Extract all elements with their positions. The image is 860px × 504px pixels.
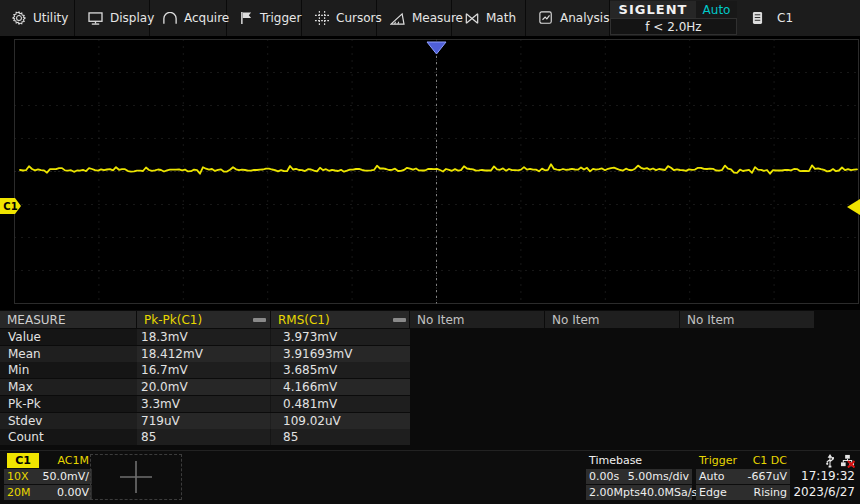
measure-value-pkpk: 18.3mV	[141, 330, 188, 344]
trigger-level: -667uV	[748, 470, 787, 483]
channel1-offset: 0.00V	[57, 486, 89, 499]
measure-col-rms[interactable]: RMS(C1)	[271, 311, 409, 328]
measure-row-pk-pk: Pk-Pk3.3mV0.481mV	[0, 396, 410, 412]
measure-row-value: Value18.3mV3.973mV	[0, 329, 410, 345]
system-date: 2023/6/27	[793, 485, 855, 499]
measure-row-label: Min	[8, 363, 29, 377]
measure-row-label: Pk-Pk	[8, 397, 41, 411]
menu-analysis-label: Analysis	[560, 11, 609, 25]
measure-row-label: Max	[8, 380, 33, 394]
measure-value-pkpk: 16.7mV	[141, 363, 188, 377]
display-icon	[88, 12, 103, 25]
active-channel-label: C1	[777, 11, 793, 25]
menu-trigger-label: Trigger	[260, 11, 301, 25]
flag-icon	[240, 11, 253, 25]
menu-trigger[interactable]: Trigger	[228, 0, 302, 36]
measure-value-pkpk: 18.412mV	[141, 347, 203, 361]
measure-row-count: Count8585	[0, 429, 410, 445]
measure-value-pkpk: 719uV	[141, 414, 180, 428]
measure-value-pkpk: 3.3mV	[141, 397, 180, 411]
trigger-type: Edge	[699, 486, 727, 499]
measure-icon	[390, 12, 405, 25]
gear-icon	[12, 11, 26, 25]
channel-list-icon	[752, 11, 763, 25]
analysis-icon	[539, 11, 553, 25]
menu-acquire[interactable]: Acquire	[151, 0, 227, 36]
menu-utility[interactable]: Utility	[0, 0, 75, 36]
measure-row-mean: Mean18.412mV3.91693mV	[0, 346, 410, 362]
channel1-coupling: AC1M	[57, 454, 89, 467]
menu-display[interactable]: Display	[76, 0, 150, 36]
timebase-scale: 5.00ms/div	[628, 470, 689, 483]
timebase-label: Timebase	[589, 454, 642, 467]
system-time: 17:19:32	[801, 469, 855, 483]
menu-cursors-label: Cursors	[336, 11, 382, 25]
active-channel-badge[interactable]: C1	[752, 0, 793, 36]
brand-logo: SIGLENT	[610, 1, 696, 18]
channel1-bandwidth-limit: 20M	[7, 486, 31, 499]
acquisition-status: Auto	[696, 1, 737, 18]
measure-row-label: Mean	[8, 347, 41, 361]
measure-panel: MEASURE Pk-Pk(C1) RMS(C1) No Item No Ite…	[0, 310, 860, 450]
system-status-column: 17:19:32 2023/6/27	[795, 453, 857, 501]
measure-slot-empty-1[interactable]: No Item	[410, 311, 544, 328]
measure-row-stdev: Stdev719uV109.02uV	[0, 413, 410, 429]
menu-measure[interactable]: Measure	[378, 0, 452, 36]
measure-value-rms: 0.481mV	[283, 397, 337, 411]
trigger-source-coupling: C1 DC	[753, 454, 787, 467]
measure-value-pkpk: 85	[141, 430, 156, 444]
timebase-descriptor-box[interactable]: Timebase 0.00s 5.00ms/div 2.00Mpts 40.0M…	[586, 453, 692, 501]
timebase-memory-depth: 2.00Mpts	[589, 486, 640, 499]
menu-cursors[interactable]: Cursors	[303, 0, 377, 36]
measure-row-label: Value	[8, 330, 41, 344]
measure-value-rms: 3.685mV	[283, 363, 337, 377]
add-channel-icon	[117, 458, 155, 496]
menu-acquire-label: Acquire	[184, 11, 229, 25]
measure-value-rms: 3.91693mV	[283, 347, 353, 361]
measure-col-pkpk[interactable]: Pk-Pk(C1)	[137, 311, 270, 328]
measure-title: MEASURE	[0, 311, 136, 328]
trigger-mode: Auto	[699, 470, 725, 483]
measure-value-pkpk: 20.0mV	[141, 380, 188, 394]
measure-row-max: Max20.0mV4.166mV	[0, 379, 410, 395]
measure-row-label: Stdev	[8, 414, 42, 428]
channel1-volt-scale: 50.0mV/	[43, 470, 89, 483]
menu-utility-label: Utility	[33, 11, 68, 25]
measure-row-label: Count	[8, 430, 44, 444]
menu-display-label: Display	[110, 11, 154, 25]
math-icon	[465, 12, 479, 25]
trigger-descriptor-box[interactable]: Trigger C1 DC Auto -667uV Edge Rising	[696, 453, 790, 501]
menu-math-label: Math	[486, 11, 516, 25]
oscilloscope-screen: Utility Display Acquire Trigger Cursors …	[0, 0, 860, 504]
measure-slot-empty-2[interactable]: No Item	[545, 311, 679, 328]
measure-value-rms: 4.166mV	[283, 380, 337, 394]
channel1-descriptor-box[interactable]: C1 AC1M 10X 50.0mV/ 20M 0.00V	[4, 453, 92, 501]
measure-slot-empty-3[interactable]: No Item	[680, 311, 814, 328]
timebase-delay: 0.00s	[589, 470, 619, 483]
channel1-probe-atten: 10X	[7, 470, 29, 483]
top-menu-bar: Utility Display Acquire Trigger Cursors …	[0, 0, 860, 36]
menu-math[interactable]: Math	[453, 0, 526, 36]
cursors-icon	[315, 11, 329, 25]
add-channel-box[interactable]	[90, 454, 182, 500]
frequency-counter: f < 2.0Hz	[610, 18, 737, 35]
lan-disconnected-icon	[840, 454, 855, 468]
acquire-icon	[163, 12, 177, 25]
measure-value-rms: 3.973mV	[283, 330, 337, 344]
measure-value-rms: 85	[283, 430, 298, 444]
bottom-status-bar: C1 AC1M 10X 50.0mV/ 20M 0.00V Timebase 0…	[0, 450, 860, 504]
c1-waveform-trace	[0, 36, 860, 310]
trigger-level-marker[interactable]	[847, 199, 860, 215]
collapse-rms-button[interactable]	[393, 318, 406, 322]
measure-row-min: Min16.7mV3.685mV	[0, 362, 410, 378]
waveform-display-area[interactable]: C1	[0, 36, 860, 310]
menu-analysis[interactable]: Analysis	[527, 0, 610, 36]
measure-value-rms: 109.02uV	[283, 414, 341, 428]
trigger-label: Trigger	[699, 454, 737, 467]
channel1-name-tag: C1	[7, 453, 39, 468]
usb-icon	[825, 454, 835, 468]
status-block: SIGLENT Auto f < 2.0Hz	[610, 0, 737, 36]
trigger-slope: Rising	[754, 486, 787, 499]
timebase-sample-rate: 40.0MSa/s	[640, 486, 697, 499]
collapse-pkpk-button[interactable]	[253, 318, 266, 322]
